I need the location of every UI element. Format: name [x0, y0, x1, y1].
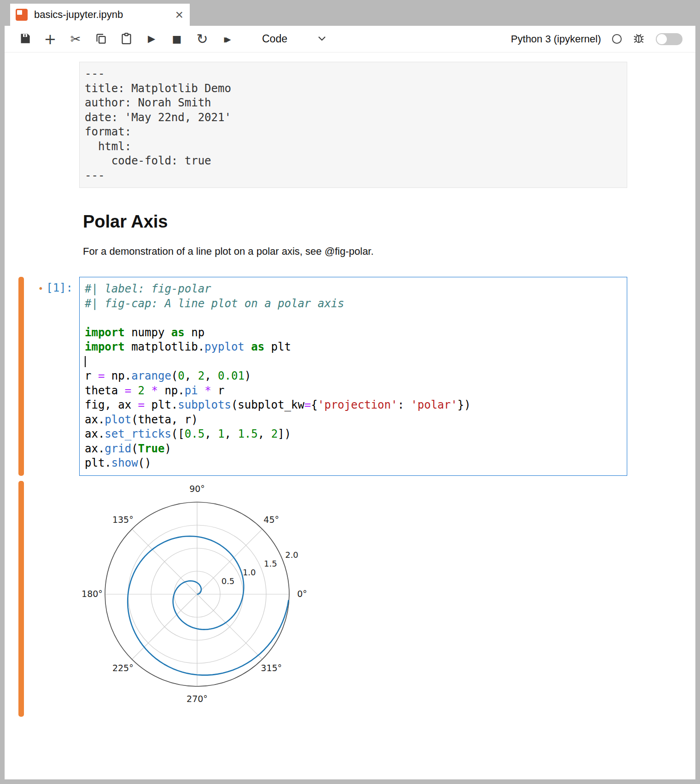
insert-cell-button[interactable]: +: [44, 31, 57, 47]
svg-text:90°: 90°: [189, 484, 205, 494]
kernel-name[interactable]: Python 3 (ipykernel): [511, 33, 601, 45]
tab-bar: basics-jupyter.ipynb ×: [5, 0, 695, 26]
svg-text:180°: 180°: [82, 589, 103, 599]
code-cell-row: •[1]: #| label: fig-polar#| fig-cap: A l…: [5, 277, 695, 476]
scissors-icon: ✂: [70, 33, 81, 45]
text-cursor: [85, 356, 86, 367]
raw-cell-line: code-fold: true: [85, 154, 622, 169]
code-line: #| label: fig-polar: [85, 282, 622, 297]
notebook-file-icon: [16, 9, 28, 21]
toolbar-left-group: + ✂ ▶ ■: [18, 31, 327, 47]
notebook-file-icon-page: [17, 10, 22, 15]
output-area: 0°45°90°135°180°225°270°315°0.51.01.52.0: [79, 481, 383, 717]
window-body: + ✂ ▶ ■: [5, 26, 695, 779]
debugger-toggle-button[interactable]: [633, 32, 645, 46]
raw-cell-line: ---: [85, 169, 622, 183]
prompt-text: [1]:: [46, 281, 73, 294]
svg-text:1.5: 1.5: [264, 558, 277, 568]
raw-cell-line: format:: [85, 125, 622, 140]
output-collapser-bar[interactable]: [18, 481, 24, 717]
stop-icon: ■: [172, 34, 182, 44]
raw-cell-line: author: Norah Smith: [85, 96, 622, 111]
raw-cell-line: html:: [85, 140, 622, 154]
svg-text:0.5: 0.5: [222, 576, 235, 586]
toggle-switch[interactable]: [656, 33, 682, 45]
save-button[interactable]: [18, 31, 31, 47]
code-line: #| fig-cap: A line plot on a polar axis: [85, 297, 622, 311]
page-title: Polar Axis: [83, 212, 695, 232]
chevron-down-icon: [317, 35, 327, 43]
raw-cell[interactable]: ---title: Matplotlib Demoauthor: Norah S…: [79, 62, 627, 188]
raw-cell-code: ---title: Matplotlib Demoauthor: Norah S…: [85, 67, 622, 183]
plus-icon: +: [44, 32, 57, 47]
interrupt-kernel-button[interactable]: ■: [170, 31, 183, 47]
markdown-paragraph: For a demonstration of a line plot on a …: [83, 246, 695, 257]
input-collapser-bar[interactable]: [18, 277, 24, 476]
code-line: [85, 355, 622, 369]
restart-kernel-button[interactable]: ↻: [196, 31, 209, 47]
polar-plot: 0°45°90°135°180°225°270°315°0.51.01.52.0: [79, 481, 383, 711]
run-cell-button[interactable]: ▶: [145, 31, 158, 47]
svg-text:0°: 0°: [297, 589, 307, 599]
restart-icon: ↻: [196, 32, 208, 46]
unsaved-dot-icon: •: [38, 283, 43, 294]
tab-basics-jupyter[interactable]: basics-jupyter.ipynb ×: [10, 4, 190, 26]
play-icon: ▶: [148, 34, 155, 44]
code-line: plt.show(): [85, 456, 622, 471]
code-line: ax.grid(True): [85, 442, 622, 456]
code-line: theta = 2 * np.pi * r: [85, 384, 622, 398]
raw-cell-line: date: 'May 22nd, 2021': [85, 111, 622, 125]
svg-text:315°: 315°: [261, 663, 282, 673]
notebook-toolbar: + ✂ ▶ ■: [5, 26, 695, 53]
execution-prompt: •[1]:: [24, 277, 79, 476]
copy-icon: [95, 32, 107, 46]
save-icon: [19, 32, 31, 46]
toggle-knob: [657, 34, 667, 44]
cell-type-value: Code: [262, 33, 287, 45]
code-editor[interactable]: #| label: fig-polar#| fig-cap: A line pl…: [79, 277, 627, 476]
notebook-content: ---title: Matplotlib Demoauthor: Norah S…: [5, 53, 695, 779]
raw-cell-line: title: Matplotlib Demo: [85, 82, 622, 96]
fast-forward-icon: ▸▸: [224, 34, 231, 45]
toolbar-right-group: Python 3 (ipykernel): [511, 32, 682, 46]
paste-cells-button[interactable]: [120, 31, 133, 47]
code-line: import matplotlib.pyplot as plt: [85, 340, 622, 355]
bug-icon: [633, 38, 645, 46]
svg-text:135°: 135°: [112, 514, 134, 524]
code-line: ax.set_rticks([0.5, 1, 1.5, 2]): [85, 427, 622, 442]
tab-title: basics-jupyter.ipynb: [34, 9, 123, 21]
svg-text:1.0: 1.0: [243, 568, 256, 577]
output-cell-row: 0°45°90°135°180°225°270°315°0.51.01.52.0: [5, 481, 695, 717]
raw-cell-line: ---: [85, 67, 622, 82]
code-line: import numpy as np: [85, 326, 622, 340]
copy-cells-button[interactable]: [94, 31, 107, 47]
code-line: fig, ax = plt.subplots(subplot_kw={'proj…: [85, 398, 622, 413]
code-line: ax.plot(theta, r): [85, 413, 622, 427]
code-line: [85, 311, 622, 326]
run-all-cells-button[interactable]: ▸▸: [221, 31, 234, 47]
kernel-status-icon: [612, 34, 622, 44]
close-icon[interactable]: ×: [175, 8, 183, 22]
clipboard-icon: [120, 32, 133, 46]
markdown-cell[interactable]: Polar Axis For a demonstration of a line…: [83, 212, 695, 257]
code-line: r = np.arange(0, 2, 0.01): [85, 369, 622, 384]
cut-cells-button[interactable]: ✂: [69, 31, 82, 47]
cell-type-dropdown[interactable]: Code: [262, 33, 327, 45]
svg-text:225°: 225°: [112, 663, 134, 673]
jupyterlab-window: basics-jupyter.ipynb × + ✂: [0, 0, 700, 784]
svg-text:45°: 45°: [263, 514, 279, 524]
svg-text:270°: 270°: [187, 694, 208, 704]
svg-text:2.0: 2.0: [285, 550, 298, 559]
